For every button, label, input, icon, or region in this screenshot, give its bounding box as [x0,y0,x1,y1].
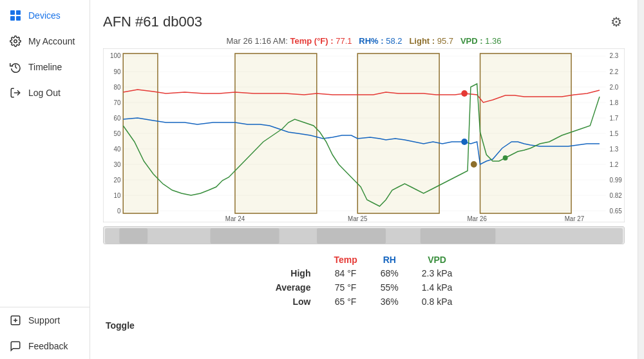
stats-section: Temp RH VPD High 84 °F 68% 2.3 kPa Avera… [103,253,625,309]
svg-text:70: 70 [113,99,120,106]
sidebar-item-account[interactable]: My Account [0,28,90,54]
table-row: Average 75 °F 55% 1.4 kPa [264,280,464,295]
sidebar-item-devices[interactable]: Devices [0,3,90,28]
chart-info-line: Mar 26 1:16 AM: Temp (°F) : 77.1 RH% : 5… [103,36,625,46]
vpd-value: 1.36 [485,36,501,46]
stats-label-high: High [264,266,323,280]
page-scrollbar[interactable] [638,0,644,359]
table-row: Low 65 °F 36% 0.8 kPa [264,295,464,309]
svg-text:2.0: 2.0 [610,84,619,91]
grid-icon [9,9,22,22]
svg-text:Mar 24: Mar 24 [225,215,245,222]
sidebar-label-support: Support [28,315,60,325]
svg-point-53 [471,161,477,168]
svg-point-52 [461,139,468,145]
stats-rh-avg: 55% [369,280,410,295]
sidebar-label-feedback: Feedback [28,341,68,351]
svg-rect-3 [16,16,21,21]
chart-svg: 100 90 80 70 60 50 40 30 20 10 0 2.3 2.2… [103,48,625,222]
svg-point-4 [14,40,17,43]
plus-icon [9,314,22,327]
svg-point-54 [503,155,508,160]
svg-rect-46 [480,53,572,213]
svg-text:0.65: 0.65 [610,208,622,215]
svg-text:60: 60 [113,115,120,122]
sidebar-label-logout: Log Out [28,88,61,98]
history-icon [9,61,22,73]
light-value: 95.7 [437,36,453,46]
sidebar-item-feedback[interactable]: Feedback [0,333,90,359]
stats-rh-low: 36% [369,295,410,309]
rh-value: 58.2 [386,36,402,46]
sidebar-label-account: My Account [28,36,75,46]
table-row: High 84 °F 68% 2.3 kPa [264,266,464,280]
settings-button[interactable]: ⚙ [608,12,625,32]
page-title: AFN #61 db003 [103,14,202,30]
svg-rect-2 [10,16,15,21]
main-content: AFN #61 db003 ⚙ Mar 26 1:16 AM: Temp (°F… [90,0,638,359]
svg-rect-1 [16,10,21,15]
svg-text:Mar 26: Mar 26 [467,215,487,222]
svg-text:0.99: 0.99 [610,177,622,184]
svg-text:30: 30 [113,161,120,168]
page-header: AFN #61 db003 ⚙ [103,12,625,32]
stats-header-temp: Temp [322,253,368,266]
sidebar-item-support[interactable]: Support [0,307,90,333]
stats-temp-avg: 75 °F [322,280,368,295]
main-chart[interactable]: 100 90 80 70 60 50 40 30 20 10 0 2.3 2.2… [103,48,625,222]
light-label: Light : [409,36,435,46]
svg-text:1.5: 1.5 [610,130,619,137]
svg-rect-45 [357,53,439,213]
svg-text:1.8: 1.8 [610,99,619,106]
stats-table: Temp RH VPD High 84 °F 68% 2.3 kPa Avera… [264,253,464,309]
sidebar: Devices My Account Timeline [0,0,90,359]
chart-datetime: Mar 26 1:16 AM: [226,36,287,46]
stats-vpd-low: 0.8 kPa [410,295,464,309]
sidebar-item-timeline[interactable]: Timeline [0,54,90,80]
svg-text:2.3: 2.3 [610,52,619,59]
svg-text:100: 100 [110,52,121,59]
svg-text:1.2: 1.2 [610,161,619,168]
svg-rect-0 [10,10,15,15]
svg-text:10: 10 [113,192,120,199]
svg-point-51 [461,90,468,97]
svg-text:Mar 25: Mar 25 [348,215,368,222]
stats-label-avg: Average [264,280,323,295]
svg-text:40: 40 [113,146,120,153]
gear-icon [9,35,22,48]
stats-temp-high: 84 °F [322,266,368,280]
svg-rect-60 [105,228,623,244]
mini-chart-scrollbar[interactable] [103,226,625,244]
stats-rh-high: 68% [369,266,410,280]
svg-text:2.2: 2.2 [610,68,619,75]
logout-icon [9,86,22,99]
svg-text:80: 80 [113,84,120,91]
stats-temp-low: 65 °F [322,295,368,309]
sidebar-label-timeline: Timeline [28,62,62,72]
stats-vpd-avg: 1.4 kPa [410,280,464,295]
sidebar-bottom: Support Feedback [0,307,90,359]
toggle-label[interactable]: Toggle [103,320,625,331]
stats-label-low: Low [264,295,323,309]
sidebar-item-logout[interactable]: Log Out [0,80,90,106]
svg-text:90: 90 [113,68,120,75]
temp-value: 77.1 [336,36,352,46]
svg-text:50: 50 [113,130,120,137]
svg-text:1.3: 1.3 [610,146,619,153]
svg-text:20: 20 [113,177,120,184]
stats-header-vpd: VPD [410,253,464,266]
vpd-label: VPD : [460,36,483,46]
svg-text:Mar 27: Mar 27 [565,215,584,222]
temp-label: Temp (°F) : [290,36,334,46]
rh-label: RH% : [359,36,383,46]
stats-header-rh: RH [369,253,410,266]
svg-text:0: 0 [117,208,121,215]
svg-text:0.82: 0.82 [610,192,622,199]
sidebar-label-devices: Devices [28,10,61,21]
svg-text:1.7: 1.7 [610,115,619,122]
chat-icon [9,340,22,353]
stats-vpd-high: 2.3 kPa [410,266,464,280]
